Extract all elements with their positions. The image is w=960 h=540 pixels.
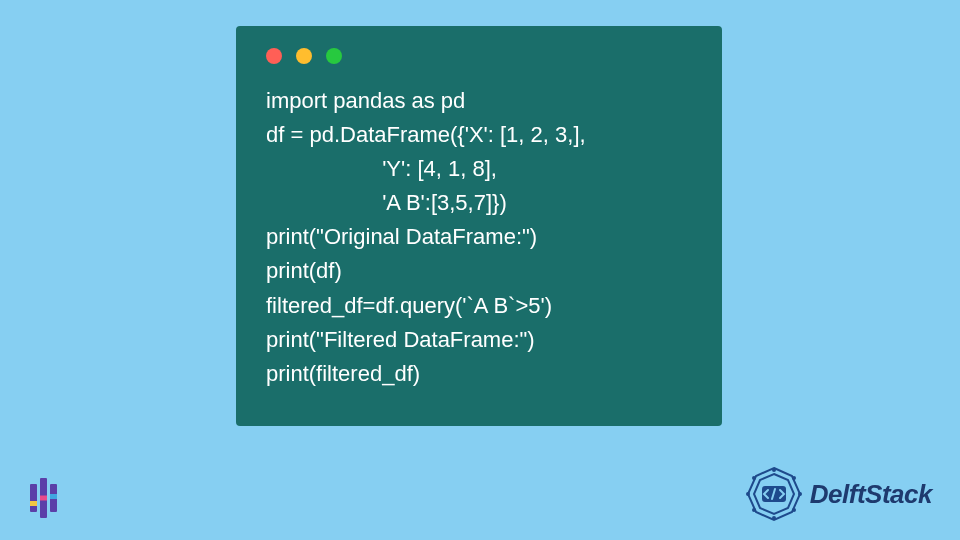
maximize-icon[interactable] — [326, 48, 342, 64]
code-block: import pandas as pd df = pd.DataFrame({'… — [266, 84, 692, 391]
code-line: print(filtered_df) — [266, 361, 420, 386]
minimize-icon[interactable] — [296, 48, 312, 64]
logo-bar — [50, 484, 57, 512]
svg-point-9 — [752, 508, 756, 512]
svg-point-7 — [792, 508, 796, 512]
svg-point-8 — [772, 516, 776, 520]
logo-bar — [40, 478, 47, 518]
svg-point-5 — [792, 476, 796, 480]
window-controls — [266, 48, 692, 64]
code-line: print("Filtered DataFrame:") — [266, 327, 535, 352]
brand-logo: DelftStack — [744, 464, 932, 524]
logo-bars-icon — [30, 478, 57, 518]
code-line: print(df) — [266, 258, 342, 283]
code-line: df = pd.DataFrame({'X': [1, 2, 3,], — [266, 122, 586, 147]
code-line: filtered_df=df.query('`A B`>5') — [266, 293, 552, 318]
svg-point-4 — [772, 468, 776, 472]
code-window: import pandas as pd df = pd.DataFrame({'… — [236, 26, 722, 426]
code-line: print("Original DataFrame:") — [266, 224, 537, 249]
close-icon[interactable] — [266, 48, 282, 64]
logo-bar — [30, 484, 37, 512]
delftstack-badge-icon — [744, 464, 804, 524]
svg-point-11 — [752, 476, 756, 480]
svg-point-6 — [798, 492, 802, 496]
svg-point-10 — [746, 492, 750, 496]
code-line: 'A B':[3,5,7]}) — [266, 190, 507, 215]
code-line: 'Y': [4, 1, 8], — [266, 156, 497, 181]
code-line: import pandas as pd — [266, 88, 465, 113]
brand-name: DelftStack — [810, 479, 932, 510]
